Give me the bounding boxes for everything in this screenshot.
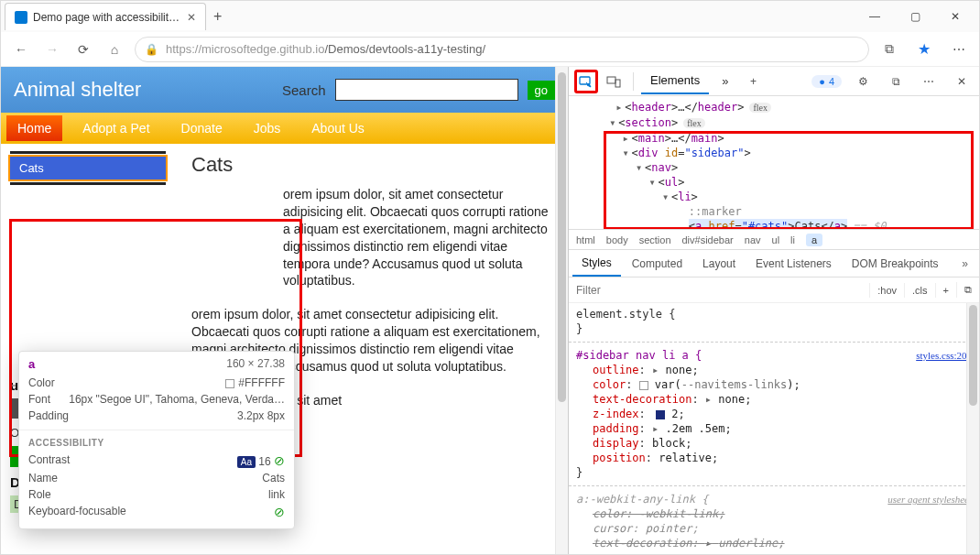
- rule1-selector: #sidebar nav li a {: [576, 349, 702, 362]
- dock-side-icon[interactable]: ⧉: [884, 70, 908, 93]
- hover-color-value: #FFFFFF: [238, 376, 285, 389]
- nav-adopt[interactable]: Adopt a Pet: [71, 115, 160, 141]
- nav-donate[interactable]: Donate: [170, 115, 234, 141]
- a11y-name-label: Name: [28, 472, 58, 484]
- hover-element-dimensions: 160 × 27.38: [226, 357, 285, 370]
- styles-scrollbar[interactable]: [966, 303, 979, 554]
- a11y-contrast-label: Contrast: [28, 453, 70, 468]
- rule-source-link[interactable]: styles.css:200: [916, 348, 972, 363]
- subtab-computed[interactable]: Computed: [623, 252, 691, 276]
- settings-gear-icon[interactable]: ⚙: [851, 70, 875, 93]
- translate-icon[interactable]: ⧉: [878, 38, 900, 60]
- crumb-html[interactable]: html: [576, 234, 595, 245]
- nav-jobs[interactable]: Jobs: [243, 115, 292, 141]
- inspect-element-button[interactable]: [574, 70, 598, 93]
- devtools-close-button[interactable]: ✕: [950, 70, 974, 93]
- crumb-ul[interactable]: ul: [772, 234, 780, 245]
- hover-font-label: Font: [28, 393, 50, 406]
- zindex-swatch: [656, 410, 665, 419]
- dom-breadcrumbs[interactable]: html body section div#sidebar nav ul li …: [569, 230, 979, 250]
- crumb-li[interactable]: li: [790, 234, 795, 245]
- content-heading: Cats: [191, 153, 551, 177]
- styles-dock-icon[interactable]: ⧉: [956, 282, 979, 298]
- subtab-styles[interactable]: Styles: [572, 251, 621, 277]
- cls-toggle[interactable]: .cls: [904, 283, 935, 298]
- titlebar: Demo page with accessibility iss ✕ + — ▢…: [1, 1, 979, 32]
- devtools-more-menu[interactable]: ⋯: [917, 70, 941, 93]
- page-header: Animal shelter Search go: [1, 67, 568, 113]
- hover-padding-label: Padding: [28, 409, 69, 422]
- nav-back-button[interactable]: ←: [10, 38, 32, 60]
- nav-refresh-button[interactable]: ⟳: [72, 38, 94, 60]
- a11y-role-label: Role: [28, 488, 51, 501]
- address-bar: ← → ⟳ ⌂ 🔒 https://microsoftedge.github.i…: [1, 32, 979, 67]
- browser-tab[interactable]: Demo page with accessibility iss ✕: [5, 3, 206, 30]
- sidebar-item-cats[interactable]: Cats: [10, 157, 166, 180]
- rule2-selector: a:-webkit-any-link {: [576, 493, 709, 506]
- window-close-button[interactable]: ✕: [946, 7, 964, 26]
- a11y-role-value: link: [268, 488, 285, 501]
- hover-element-tag: a: [28, 357, 35, 371]
- issues-badge[interactable]: ●4: [811, 75, 842, 88]
- styles-subtabs: Styles Computed Layout Event Listeners D…: [569, 250, 979, 278]
- crumb-section[interactable]: section: [639, 234, 671, 245]
- devtools-panel: Elements » + ●4 ⚙ ⧉ ⋯ ✕ ▸<header>…</head…: [569, 67, 979, 554]
- content-paragraph-1: orem ipsum dolor, sit amet consectetur a…: [283, 186, 551, 289]
- device-emulation-button[interactable]: [602, 70, 626, 93]
- site-nav: Home Adopt a Pet Donate Jobs About Us: [1, 113, 568, 144]
- styles-filter-input[interactable]: [569, 280, 869, 300]
- dom-tree[interactable]: ▸<header>…</header>flex ▾<section>flex ▸…: [569, 96, 979, 230]
- crumb-a[interactable]: a: [806, 234, 822, 246]
- new-style-rule-button[interactable]: +: [935, 283, 956, 298]
- subtabs-overflow[interactable]: »: [954, 257, 975, 270]
- more-menu-button[interactable]: ⋯: [948, 38, 970, 60]
- url-input[interactable]: 🔒 https://microsoftedge.github.io/Demos/…: [135, 37, 869, 62]
- check-icon: ⊘: [274, 505, 285, 519]
- devtools-tabs-overflow[interactable]: »: [713, 69, 737, 93]
- favorite-star-icon[interactable]: ★: [913, 38, 935, 60]
- crumb-sidebar[interactable]: div#sidebar: [682, 234, 734, 245]
- a11y-aa-badge: Aa: [237, 456, 256, 468]
- site-title: Animal shelter: [14, 78, 141, 102]
- hover-padding-value: 3.2px 8px: [237, 409, 285, 422]
- hover-color-label: Color: [28, 376, 55, 389]
- subtab-layout[interactable]: Layout: [693, 252, 745, 276]
- nav-about[interactable]: About Us: [300, 115, 376, 141]
- color-swatch-icon: [225, 379, 234, 388]
- crumb-nav[interactable]: nav: [745, 234, 761, 245]
- url-text: https://microsoftedge.github.io/Demos/de…: [166, 42, 485, 56]
- search-go-button[interactable]: go: [528, 81, 555, 100]
- nav-forward-button[interactable]: →: [41, 38, 63, 60]
- search-input[interactable]: [335, 79, 518, 101]
- tab-favicon: [15, 11, 27, 24]
- hov-toggle[interactable]: :hov: [869, 283, 904, 298]
- search-label: Search: [282, 82, 326, 98]
- ua-stylesheet-label: user agent stylesheet: [887, 492, 972, 506]
- hover-font-value: 16px "Segoe UI", Tahoma, Geneva, Verda…: [69, 393, 285, 406]
- tab-title: Demo page with accessibility iss: [33, 11, 181, 24]
- a11y-name-value: Cats: [262, 472, 285, 484]
- svg-rect-1: [607, 77, 615, 83]
- devtools-add-tab[interactable]: +: [741, 70, 765, 93]
- subtab-event-listeners[interactable]: Event Listeners: [746, 252, 841, 276]
- page-scrollbar[interactable]: [555, 67, 568, 554]
- crumb-body[interactable]: body: [606, 234, 628, 245]
- window-minimize-button[interactable]: —: [866, 7, 884, 26]
- subtab-dom-breakpoints[interactable]: DOM Breakpoints: [843, 252, 948, 276]
- new-tab-button[interactable]: +: [213, 8, 222, 25]
- svg-rect-2: [615, 80, 620, 87]
- styles-filter-row: :hov .cls + ⧉: [569, 278, 979, 303]
- page-content: Animal shelter Search go Home Adopt a Pe…: [1, 67, 569, 554]
- nav-home-button[interactable]: ⌂: [103, 38, 125, 60]
- devtools-toolbar: Elements » + ●4 ⚙ ⧉ ⋯ ✕: [569, 67, 979, 96]
- tab-close-icon[interactable]: ✕: [187, 11, 196, 24]
- check-icon: ⊘: [274, 453, 285, 468]
- a11y-contrast-value: 16: [258, 455, 270, 468]
- window-maximize-button[interactable]: ▢: [906, 7, 924, 26]
- nav-home[interactable]: Home: [6, 115, 62, 141]
- a11y-section-heading: ACCESSIBILITY: [28, 438, 285, 448]
- element-style-selector: element.style {: [576, 308, 675, 321]
- svg-rect-0: [580, 77, 590, 84]
- styles-pane[interactable]: element.style { } styles.css:200 #sideba…: [569, 303, 979, 554]
- devtools-tab-elements[interactable]: Elements: [641, 68, 709, 94]
